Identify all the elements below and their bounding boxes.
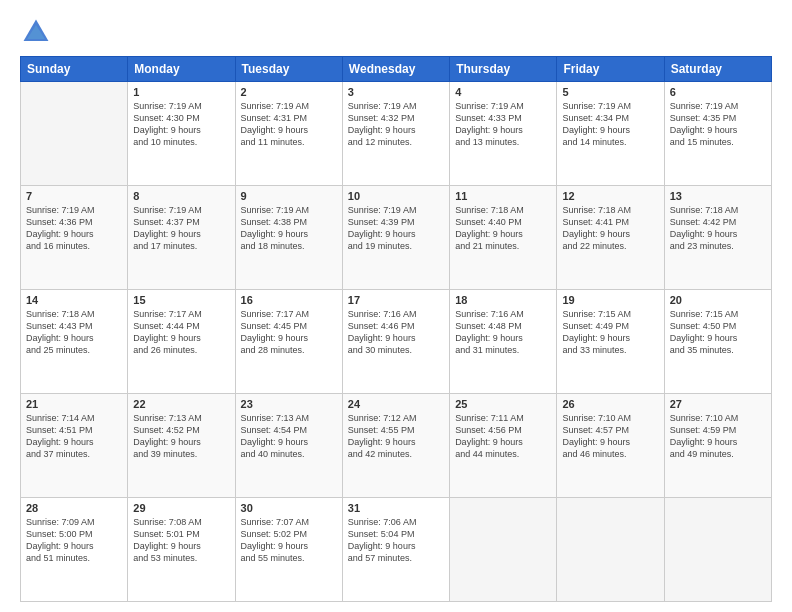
day-number: 20 [670, 294, 766, 306]
day-number: 30 [241, 502, 337, 514]
day-info: Sunrise: 7:18 AMSunset: 4:41 PMDaylight:… [562, 204, 658, 253]
calendar-cell: 20Sunrise: 7:15 AMSunset: 4:50 PMDayligh… [664, 290, 771, 394]
day-info: Sunrise: 7:18 AMSunset: 4:40 PMDaylight:… [455, 204, 551, 253]
calendar-cell: 22Sunrise: 7:13 AMSunset: 4:52 PMDayligh… [128, 394, 235, 498]
day-info: Sunrise: 7:07 AMSunset: 5:02 PMDaylight:… [241, 516, 337, 565]
calendar-cell: 23Sunrise: 7:13 AMSunset: 4:54 PMDayligh… [235, 394, 342, 498]
day-number: 27 [670, 398, 766, 410]
calendar-cell: 14Sunrise: 7:18 AMSunset: 4:43 PMDayligh… [21, 290, 128, 394]
day-number: 17 [348, 294, 444, 306]
day-info: Sunrise: 7:19 AMSunset: 4:36 PMDaylight:… [26, 204, 122, 253]
logo [20, 16, 56, 48]
weekday-header-wednesday: Wednesday [342, 57, 449, 82]
calendar-cell: 29Sunrise: 7:08 AMSunset: 5:01 PMDayligh… [128, 498, 235, 602]
day-number: 8 [133, 190, 229, 202]
day-info: Sunrise: 7:13 AMSunset: 4:52 PMDaylight:… [133, 412, 229, 461]
weekday-header-row: SundayMondayTuesdayWednesdayThursdayFrid… [21, 57, 772, 82]
day-info: Sunrise: 7:09 AMSunset: 5:00 PMDaylight:… [26, 516, 122, 565]
day-number: 10 [348, 190, 444, 202]
day-info: Sunrise: 7:19 AMSunset: 4:37 PMDaylight:… [133, 204, 229, 253]
day-number: 26 [562, 398, 658, 410]
day-number: 21 [26, 398, 122, 410]
calendar-body: 1Sunrise: 7:19 AMSunset: 4:30 PMDaylight… [21, 82, 772, 602]
calendar-cell: 5Sunrise: 7:19 AMSunset: 4:34 PMDaylight… [557, 82, 664, 186]
day-info: Sunrise: 7:08 AMSunset: 5:01 PMDaylight:… [133, 516, 229, 565]
day-info: Sunrise: 7:19 AMSunset: 4:33 PMDaylight:… [455, 100, 551, 149]
calendar-cell: 15Sunrise: 7:17 AMSunset: 4:44 PMDayligh… [128, 290, 235, 394]
day-info: Sunrise: 7:19 AMSunset: 4:38 PMDaylight:… [241, 204, 337, 253]
day-number: 12 [562, 190, 658, 202]
weekday-header-sunday: Sunday [21, 57, 128, 82]
day-number: 19 [562, 294, 658, 306]
day-info: Sunrise: 7:18 AMSunset: 4:43 PMDaylight:… [26, 308, 122, 357]
logo-icon [20, 16, 52, 48]
day-number: 14 [26, 294, 122, 306]
calendar-cell [21, 82, 128, 186]
day-info: Sunrise: 7:15 AMSunset: 4:49 PMDaylight:… [562, 308, 658, 357]
calendar-cell: 21Sunrise: 7:14 AMSunset: 4:51 PMDayligh… [21, 394, 128, 498]
day-number: 16 [241, 294, 337, 306]
calendar-cell: 12Sunrise: 7:18 AMSunset: 4:41 PMDayligh… [557, 186, 664, 290]
calendar-week-2: 7Sunrise: 7:19 AMSunset: 4:36 PMDaylight… [21, 186, 772, 290]
day-info: Sunrise: 7:13 AMSunset: 4:54 PMDaylight:… [241, 412, 337, 461]
day-number: 2 [241, 86, 337, 98]
day-number: 24 [348, 398, 444, 410]
day-number: 13 [670, 190, 766, 202]
calendar-cell: 1Sunrise: 7:19 AMSunset: 4:30 PMDaylight… [128, 82, 235, 186]
day-number: 9 [241, 190, 337, 202]
day-info: Sunrise: 7:16 AMSunset: 4:48 PMDaylight:… [455, 308, 551, 357]
calendar-week-3: 14Sunrise: 7:18 AMSunset: 4:43 PMDayligh… [21, 290, 772, 394]
day-info: Sunrise: 7:19 AMSunset: 4:34 PMDaylight:… [562, 100, 658, 149]
day-info: Sunrise: 7:19 AMSunset: 4:35 PMDaylight:… [670, 100, 766, 149]
calendar-cell: 4Sunrise: 7:19 AMSunset: 4:33 PMDaylight… [450, 82, 557, 186]
day-info: Sunrise: 7:14 AMSunset: 4:51 PMDaylight:… [26, 412, 122, 461]
calendar-cell: 3Sunrise: 7:19 AMSunset: 4:32 PMDaylight… [342, 82, 449, 186]
calendar-cell: 6Sunrise: 7:19 AMSunset: 4:35 PMDaylight… [664, 82, 771, 186]
day-info: Sunrise: 7:16 AMSunset: 4:46 PMDaylight:… [348, 308, 444, 357]
calendar-cell: 9Sunrise: 7:19 AMSunset: 4:38 PMDaylight… [235, 186, 342, 290]
calendar-cell: 27Sunrise: 7:10 AMSunset: 4:59 PMDayligh… [664, 394, 771, 498]
calendar-cell [557, 498, 664, 602]
day-number: 18 [455, 294, 551, 306]
day-info: Sunrise: 7:19 AMSunset: 4:39 PMDaylight:… [348, 204, 444, 253]
calendar-cell: 31Sunrise: 7:06 AMSunset: 5:04 PMDayligh… [342, 498, 449, 602]
weekday-header-saturday: Saturday [664, 57, 771, 82]
calendar-cell: 7Sunrise: 7:19 AMSunset: 4:36 PMDaylight… [21, 186, 128, 290]
weekday-header-thursday: Thursday [450, 57, 557, 82]
day-number: 1 [133, 86, 229, 98]
calendar-header: SundayMondayTuesdayWednesdayThursdayFrid… [21, 57, 772, 82]
day-number: 7 [26, 190, 122, 202]
calendar-table: SundayMondayTuesdayWednesdayThursdayFrid… [20, 56, 772, 602]
day-info: Sunrise: 7:15 AMSunset: 4:50 PMDaylight:… [670, 308, 766, 357]
day-number: 23 [241, 398, 337, 410]
calendar-cell: 28Sunrise: 7:09 AMSunset: 5:00 PMDayligh… [21, 498, 128, 602]
day-number: 5 [562, 86, 658, 98]
calendar-cell [664, 498, 771, 602]
calendar-cell: 17Sunrise: 7:16 AMSunset: 4:46 PMDayligh… [342, 290, 449, 394]
calendar-week-4: 21Sunrise: 7:14 AMSunset: 4:51 PMDayligh… [21, 394, 772, 498]
calendar-cell: 16Sunrise: 7:17 AMSunset: 4:45 PMDayligh… [235, 290, 342, 394]
page: SundayMondayTuesdayWednesdayThursdayFrid… [0, 0, 792, 612]
weekday-header-friday: Friday [557, 57, 664, 82]
day-number: 4 [455, 86, 551, 98]
day-number: 25 [455, 398, 551, 410]
day-number: 3 [348, 86, 444, 98]
calendar-cell: 26Sunrise: 7:10 AMSunset: 4:57 PMDayligh… [557, 394, 664, 498]
day-info: Sunrise: 7:19 AMSunset: 4:30 PMDaylight:… [133, 100, 229, 149]
day-info: Sunrise: 7:12 AMSunset: 4:55 PMDaylight:… [348, 412, 444, 461]
day-info: Sunrise: 7:10 AMSunset: 4:57 PMDaylight:… [562, 412, 658, 461]
calendar-week-1: 1Sunrise: 7:19 AMSunset: 4:30 PMDaylight… [21, 82, 772, 186]
day-info: Sunrise: 7:06 AMSunset: 5:04 PMDaylight:… [348, 516, 444, 565]
calendar-cell: 11Sunrise: 7:18 AMSunset: 4:40 PMDayligh… [450, 186, 557, 290]
calendar-cell: 8Sunrise: 7:19 AMSunset: 4:37 PMDaylight… [128, 186, 235, 290]
day-info: Sunrise: 7:19 AMSunset: 4:31 PMDaylight:… [241, 100, 337, 149]
calendar-cell: 10Sunrise: 7:19 AMSunset: 4:39 PMDayligh… [342, 186, 449, 290]
day-number: 31 [348, 502, 444, 514]
calendar-cell: 13Sunrise: 7:18 AMSunset: 4:42 PMDayligh… [664, 186, 771, 290]
calendar-cell: 18Sunrise: 7:16 AMSunset: 4:48 PMDayligh… [450, 290, 557, 394]
day-number: 28 [26, 502, 122, 514]
day-info: Sunrise: 7:18 AMSunset: 4:42 PMDaylight:… [670, 204, 766, 253]
day-number: 22 [133, 398, 229, 410]
day-number: 29 [133, 502, 229, 514]
header [20, 16, 772, 48]
